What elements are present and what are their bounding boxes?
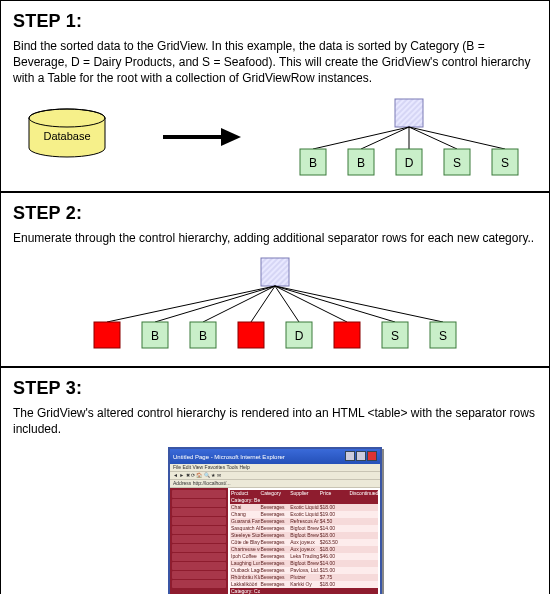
table-row: Côte de BlayeBeveragesAux joyeux$263.50 [230,539,378,546]
svg-line-31 [275,286,395,322]
step2-tree: BBDSS [13,256,537,352]
table-header: ProductCategorySupplierPriceDiscontinued [230,490,378,497]
column-header: Discontinued [348,490,378,497]
table-row: Rhönbräu KlosterbierBeveragesPlutzer$7.7… [230,574,378,581]
database-label: Database [43,130,90,142]
svg-rect-4 [395,99,423,127]
separator-row: Category: Beverages [230,497,378,504]
separator-row: Category: Condiments [230,588,378,594]
separator-node [238,322,264,348]
table-row: Steeleye StoutBeveragesBigfoot Breweries… [230,532,378,539]
database-icon: Database [21,108,113,166]
step3-panel: STEP 3: The GridView's altered control h… [0,367,550,594]
svg-line-8 [361,127,409,149]
svg-text:B: B [199,329,207,343]
table-row: Guaraná FantásticaBeveragesRefrescos Ame… [230,518,378,525]
column-header: Price [319,490,349,497]
step3-title: STEP 3: [13,378,537,399]
table-row: Ipoh CoffeeBeveragesLeka Trading$46.00 [230,553,378,560]
step2-title: STEP 2: [13,203,537,224]
svg-marker-3 [221,128,241,146]
step1-diagram: Database [13,97,537,177]
svg-line-7 [313,127,409,149]
step1-title: STEP 1: [13,11,537,32]
table-row: Outback LagerBeveragesPavlova, Ltd.$15.0… [230,567,378,574]
svg-text:S: S [453,156,461,170]
svg-text:S: S [439,329,447,343]
step2-panel: STEP 2: Enumerate through the control hi… [0,192,550,367]
svg-text:D: D [295,329,304,343]
step3-body: The GridView's altered control hierarchy… [13,405,537,437]
svg-text:S: S [391,329,399,343]
step1-tree: B B D S S [289,97,529,177]
step1-panel: STEP 1: Bind the sorted data to the Grid… [0,0,550,192]
browser-toolbar: ◄ ► ✖ ⟳ 🏠 🔍 ★ ✉ [170,472,380,480]
svg-text:B: B [309,156,317,170]
table-row: ChaiBeveragesExotic Liquids$18.00 [230,504,378,511]
sidebar [170,488,228,594]
browser-screenshot: Untitled Page - Microsoft Internet Explo… [168,447,382,594]
svg-text:S: S [501,156,509,170]
svg-line-29 [275,286,299,322]
svg-line-28 [251,286,275,322]
table-row: Laughing Lumberjack LagerBeveragesBigfoo… [230,560,378,567]
arrow-icon [161,126,241,148]
gridview-table: ProductCategorySupplierPriceDiscontinued… [228,488,380,594]
table-row: Chartreuse verteBeveragesAux joyeux$18.0… [230,546,378,553]
browser-menubar: File Edit View Favorites Tools Help [170,464,380,472]
svg-line-26 [155,286,275,322]
table-row: Sasquatch AleBeveragesBigfoot Breweries$… [230,525,378,532]
table-row: LakkalikööriBeveragesKarkki Oy$18.00 [230,581,378,588]
svg-rect-24 [261,258,289,286]
column-header: Category [260,490,290,497]
step2-body: Enumerate through the control hierarchy,… [13,230,537,246]
tree-node: B B D S S [300,149,518,175]
svg-line-11 [409,127,505,149]
window-controls [344,451,377,462]
browser-address: Address http://localhost/... [170,480,380,488]
column-header: Supplier [289,490,319,497]
svg-line-25 [107,286,275,322]
browser-titlebar: Untitled Page - Microsoft Internet Explo… [170,449,380,464]
table-row: ChangBeveragesExotic Liquids$19.00 [230,511,378,518]
column-header: Product [230,490,260,497]
separator-node [94,322,120,348]
browser-body: ProductCategorySupplierPriceDiscontinued… [170,488,380,594]
svg-text:B: B [151,329,159,343]
svg-line-10 [409,127,457,149]
separator-node [334,322,360,348]
svg-text:B: B [357,156,365,170]
step1-body: Bind the sorted data to the GridView. In… [13,38,537,87]
svg-line-32 [275,286,443,322]
svg-text:D: D [405,156,414,170]
browser-title: Untitled Page - Microsoft Internet Explo… [173,454,285,460]
